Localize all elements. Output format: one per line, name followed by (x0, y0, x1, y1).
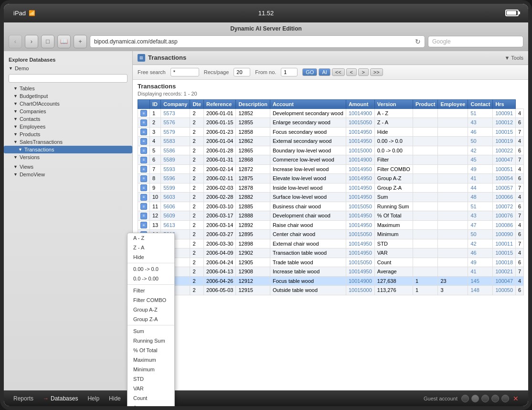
cell-contact[interactable]: 100015 (493, 248, 516, 258)
cell-employee[interactable]: 148 (468, 286, 493, 295)
sidebar-item-companies[interactable]: ▼ Companies (4, 108, 132, 115)
cell-account[interactable]: 10014950 (346, 220, 374, 230)
cell-account[interactable]: 10014900 (346, 108, 374, 118)
menu-item-minimum[interactable]: Minimum (128, 365, 174, 374)
cell-contact[interactable]: 100011 (493, 239, 516, 248)
table-row[interactable]: ≡ 3 5579 2 2006-01-23 12858 Focus second… (138, 127, 524, 137)
sidebar-item-salestransactions[interactable]: ▼ SalesTransactions (4, 138, 132, 146)
databases-nav[interactable]: → Databases (43, 395, 78, 402)
new-tab-button[interactable]: + (74, 35, 87, 48)
cell-account[interactable]: 10015000 (346, 286, 374, 295)
col-amount[interactable]: Amount (346, 99, 374, 108)
table-row[interactable]: ≡ 8 5596 2 2006-02-11 12875 Elevate low-… (138, 174, 524, 183)
ai-button[interactable]: AI (319, 68, 330, 76)
cell-contact[interactable]: 100012 (493, 118, 516, 128)
cell-employee[interactable]: 42 (468, 146, 493, 155)
col-company[interactable]: Company (161, 99, 190, 108)
back-button[interactable]: ‹ (9, 35, 22, 48)
tools-button[interactable]: ▼ Tools (504, 55, 523, 61)
cell-employee[interactable]: 41 (468, 174, 493, 183)
col-id[interactable]: ID (150, 99, 161, 108)
cell-contact[interactable]: 100047 (493, 155, 516, 165)
menu-item-maximum[interactable]: Maximum (128, 355, 174, 365)
cell-employee[interactable]: 47 (468, 220, 493, 230)
cell-id[interactable]: 5613 (161, 220, 190, 230)
go-button[interactable]: GO (302, 68, 317, 76)
cell-id[interactable]: 5603 (161, 193, 190, 202)
cell-id[interactable]: 5589 (161, 155, 190, 165)
cell-contact[interactable]: 100066 (493, 193, 516, 202)
cell-id[interactable]: 5606 (161, 202, 190, 211)
cell-contact[interactable]: 100019 (493, 137, 516, 146)
table-row[interactable]: ≡ 11 5606 2 2006-03-10 12885 Business ch… (138, 202, 524, 211)
menu-item-group-za[interactable]: Group Z-A (128, 314, 174, 324)
cell-account[interactable]: 10014950 (346, 183, 374, 193)
row-icon-cell[interactable]: ≡ (138, 137, 150, 146)
cell-account[interactable]: 10014950 (346, 211, 374, 221)
cell-contact[interactable]: 100015 (493, 127, 516, 137)
menu-item-var[interactable]: VAR (128, 384, 174, 393)
cell-account[interactable]: 10014950 (346, 137, 374, 146)
col-product[interactable]: Product (413, 99, 438, 108)
forward-button[interactable]: › (25, 35, 38, 48)
cell-account[interactable]: 10014950 (346, 267, 374, 277)
col-version[interactable]: Version (374, 99, 413, 108)
sidebar-item-products[interactable]: ▼ Products (4, 130, 132, 138)
cell-employee[interactable]: 50 (468, 137, 493, 146)
cell-employee[interactable]: 49 (468, 258, 493, 267)
sidebar-item-transactions[interactable]: ▼ Transactions (4, 146, 132, 153)
cell-employee[interactable]: 44 (468, 183, 493, 193)
cell-contact[interactable]: 100051 (493, 164, 516, 174)
table-row[interactable]: ≡ 6 5589 2 2006-01-31 12868 Commerce low… (138, 155, 524, 165)
menu-item-running-sum[interactable]: Running Sum (128, 336, 174, 345)
sidebar-item-budgetinput[interactable]: ▼ BudgetInput (4, 92, 132, 100)
table-row[interactable]: ≡ 18 5629 2 2006-04-13 12908 Increase ta… (138, 267, 524, 277)
sidebar-item-demo[interactable]: ▼ Demo (4, 65, 132, 72)
table-row[interactable]: ≡ 12 5609 2 2006-03-17 12888 Development… (138, 211, 524, 221)
from-input[interactable] (281, 68, 298, 76)
table-row[interactable]: ≡ 10 5603 2 2006-02-28 12882 Surface low… (138, 193, 524, 202)
menu-item-az[interactable]: A - Z (128, 233, 174, 243)
cell-employee[interactable]: 51 (468, 202, 493, 211)
sidebar-item-employees[interactable]: ▼ Employees (4, 123, 132, 130)
free-search-input[interactable] (170, 68, 199, 76)
cell-contact[interactable]: 100057 (493, 183, 516, 193)
cell-contact[interactable]: 100072 (493, 202, 516, 211)
cell-employee[interactable]: 43 (468, 211, 493, 221)
cell-id[interactable]: 5586 (161, 146, 190, 155)
search-bar[interactable]: Google (428, 36, 523, 47)
cell-employee[interactable]: 43 (468, 118, 493, 128)
cell-id[interactable]: 5593 (161, 164, 190, 174)
table-row[interactable]: ≡ 16 5623 2 2006-04-09 12902 Transaction… (138, 248, 524, 258)
table-row[interactable]: ≡ 5 5586 2 2006-01-28 12865 Boundary low… (138, 146, 524, 155)
col-date[interactable]: Dte (190, 99, 204, 108)
table-row[interactable]: ≡ 14 5616 2 2006-03-27 12895 Center chai… (138, 230, 524, 239)
cell-account[interactable]: 10015050 (346, 230, 374, 239)
cell-employee[interactable]: 46 (468, 127, 493, 137)
last-page-button[interactable]: >> (370, 68, 383, 76)
table-row[interactable]: ≡ 4 5583 2 2006-01-04 12862 External sec… (138, 137, 524, 146)
menu-item-average[interactable]: Average (128, 403, 174, 406)
col-description[interactable]: Description (236, 99, 270, 108)
cell-contact[interactable]: 100086 (493, 220, 516, 230)
cell-id[interactable]: 5576 (161, 118, 190, 128)
col-reference[interactable]: Reference (204, 99, 236, 108)
cell-account[interactable]: 10014950 (346, 174, 374, 183)
menu-item-filter-combo[interactable]: Filter COMBO (128, 295, 174, 305)
dot-3[interactable] (481, 395, 489, 402)
menu-item-hide[interactable]: Hide (128, 252, 174, 262)
row-icon-cell[interactable]: ≡ (138, 220, 150, 230)
menu-item-filter[interactable]: Filter (128, 286, 174, 295)
tabs-button[interactable]: □ (41, 35, 54, 48)
cell-account[interactable]: 10014950 (346, 239, 374, 248)
table-row[interactable]: ≡ 7 5593 2 2006-02-14 12872 Increase low… (138, 164, 524, 174)
cell-contact[interactable]: 100050 (493, 286, 516, 295)
sidebar-item-chartofaccounts[interactable]: ▼ ChartOfAccounts (4, 100, 132, 108)
cell-id[interactable]: 5573 (161, 108, 190, 118)
cell-employee[interactable]: 50 (468, 230, 493, 239)
row-icon-cell[interactable]: ≡ (138, 174, 150, 183)
table-row[interactable]: ≡ 13 5613 2 2006-03-14 12892 Raise chair… (138, 220, 524, 230)
cell-account[interactable]: 10014950 (346, 164, 374, 174)
row-icon-cell[interactable]: ≡ (138, 211, 150, 221)
cell-employee[interactable]: 51 (468, 108, 493, 118)
